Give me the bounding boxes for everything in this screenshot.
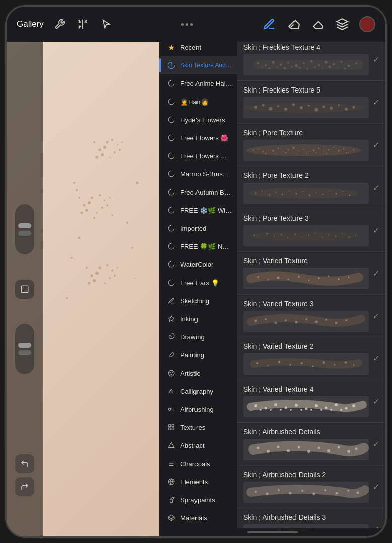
brush-item-pore1[interactable]: Skin ; Pore Texture	[237, 124, 385, 166]
svg-point-171	[287, 237, 288, 238]
brush-item-varied2[interactable]: Skin ; Varied Texture 2	[237, 337, 385, 380]
category-item-charcoals[interactable]: Charcoals	[159, 455, 237, 473]
brush-item-pore2[interactable]: Skin ; Pore Texture 2	[237, 166, 385, 209]
redo-button[interactable]	[15, 477, 34, 496]
wrench-icon[interactable]	[53, 17, 67, 31]
undo-button[interactable]	[15, 454, 34, 473]
svg-point-249	[324, 489, 326, 491]
svg-point-178	[335, 236, 337, 237]
category-item-drawing[interactable]: Drawing	[159, 328, 237, 346]
category-item-autumn[interactable]: Free Autumn Brushes...	[159, 183, 237, 201]
category-item-free-flowers-v2[interactable]: Free Flowers 🌸 V.2	[159, 147, 237, 165]
svg-point-140	[265, 153, 267, 154]
brush-item-pore3[interactable]: Skin ; Pore Texture 3	[237, 209, 385, 252]
category-item-abstract[interactable]: Abstract	[159, 436, 237, 455]
category-item-imported[interactable]: Imported	[159, 219, 237, 237]
svg-point-134	[333, 147, 334, 148]
svg-point-48	[136, 182, 139, 184]
size-slider[interactable]	[15, 204, 34, 254]
layers-icon[interactable]	[335, 17, 349, 31]
cat-anime-hair: Free Anime Hair 👧	[180, 80, 232, 87]
globe-icon	[166, 477, 176, 487]
svg-point-198	[315, 321, 318, 323]
svg-point-240	[338, 446, 340, 449]
category-item-sketching[interactable]: Sketching	[159, 292, 237, 310]
brush-item-airbrush2[interactable]: Skin ; Airbrushed Details 2	[237, 466, 385, 508]
color-picker[interactable]	[359, 16, 375, 32]
brush-name-pore1: Skin ; Pore Texture	[243, 129, 369, 137]
category-item-spraypaints[interactable]: Spraypaints	[159, 491, 237, 509]
more-menu[interactable]	[181, 23, 193, 26]
smudge-icon[interactable]	[287, 17, 301, 31]
category-item-materials[interactable]: Materials	[159, 509, 237, 527]
svg-point-212	[254, 404, 257, 407]
leaf-icon-10	[166, 223, 176, 233]
eraser-icon[interactable]	[311, 17, 325, 31]
category-item-free-flowers[interactable]: Free Flowers 🌺	[159, 129, 237, 147]
category-item-textures[interactable]: Textures	[159, 418, 237, 436]
palette-icon	[166, 368, 176, 378]
svg-point-153	[275, 192, 276, 193]
brush-item-airbrush3[interactable]: Skin ; Airbrushed Details 3	[237, 508, 385, 528]
category-item-winter[interactable]: FREE ❄️🌿 Winter N...	[159, 201, 237, 219]
category-item-anime-hair[interactable]: Free Anime Hair 👧	[159, 74, 237, 93]
brush-item-airbrush1[interactable]: Skin ; Airbrushed Details	[237, 423, 385, 466]
svg-point-151	[262, 191, 263, 192]
svg-point-232	[257, 447, 260, 449]
category-item-marmo[interactable]: Marmo S-Brush Pack	[159, 165, 237, 183]
brush-info-airbrush2: Skin ; Airbrushed Details 2	[243, 471, 369, 503]
category-item-nature[interactable]: FREE 🍀🌿 Nature	[159, 237, 237, 255]
brush-item-varied1[interactable]: Skin ; Varied Texture	[237, 252, 385, 295]
brush-item-varied3[interactable]: Skin ; Varied Texture 3	[237, 295, 385, 337]
category-item-watercolor[interactable]: WaterColor	[159, 255, 237, 274]
svg-point-17	[91, 197, 93, 199]
svg-point-172	[295, 234, 296, 235]
cat-watercolor: WaterColor	[180, 261, 213, 268]
brush-item-varied4[interactable]: Skin ; Varied Texture 4	[237, 380, 385, 423]
square-tool-btn[interactable]	[15, 280, 34, 299]
brush-preview-pore1	[243, 140, 369, 161]
category-item-painting[interactable]: Painting	[159, 346, 237, 364]
category-item-airbrushing[interactable]: Airbrushing	[159, 400, 237, 418]
svg-rect-61	[169, 428, 171, 430]
category-item-calligraphy[interactable]: Calligraphy	[159, 382, 237, 400]
svg-point-40	[114, 275, 116, 277]
svg-point-87	[340, 61, 342, 63]
svg-point-30	[112, 215, 113, 216]
left-edge-strip	[7, 42, 43, 536]
undo-redo-area	[7, 454, 43, 496]
svg-point-202	[256, 362, 258, 364]
svg-point-196	[295, 321, 298, 324]
category-item-hair[interactable]: 🧑‍🦱Hair👩	[159, 93, 237, 111]
svg-point-238	[318, 447, 320, 449]
category-item-elements[interactable]: Elements	[159, 473, 237, 491]
brush-preview-varied3	[243, 311, 369, 332]
category-item-artistic[interactable]: Artistic	[159, 364, 237, 382]
svg-point-25	[106, 204, 108, 206]
brush-item-freckles5[interactable]: Skin ; Freckles Texture 5	[237, 81, 385, 124]
brush-preview-airbrush1	[243, 439, 369, 460]
svg-point-203	[268, 365, 269, 367]
stroke-svg-pore1	[243, 140, 369, 161]
svg-point-152	[269, 194, 270, 196]
category-item-skin-texture[interactable]: Skin Texture And Por...	[159, 56, 237, 74]
svg-point-37	[109, 277, 111, 279]
category-item-hydes-flowers[interactable]: Hyde's Flowers	[159, 111, 237, 129]
category-item-inking[interactable]: Inking	[159, 310, 237, 328]
svg-point-218	[315, 404, 318, 407]
brush-info-airbrush3: Skin ; Airbrushed Details 3	[243, 513, 369, 528]
stroke-svg-varied2	[243, 353, 369, 375]
svg-rect-58	[169, 425, 171, 427]
selection-icon[interactable]	[99, 17, 113, 31]
brush-name-airbrush1: Skin ; Airbrushed Details	[243, 428, 369, 436]
magic-wand-icon[interactable]	[76, 17, 90, 31]
svg-point-76	[257, 62, 260, 65]
leaf-icon-6	[166, 151, 176, 161]
pen-icon[interactable]	[262, 17, 277, 32]
category-item-free-ears[interactable]: Free Ears 💡	[159, 274, 237, 292]
leaf-icon-13	[166, 278, 176, 288]
cat-elements: Elements	[180, 478, 208, 486]
brush-item-freckles4[interactable]: Skin ; Freckles Texture 4	[237, 38, 385, 81]
opacity-slider[interactable]	[15, 324, 34, 374]
gallery-button[interactable]: Gallery	[17, 19, 44, 29]
